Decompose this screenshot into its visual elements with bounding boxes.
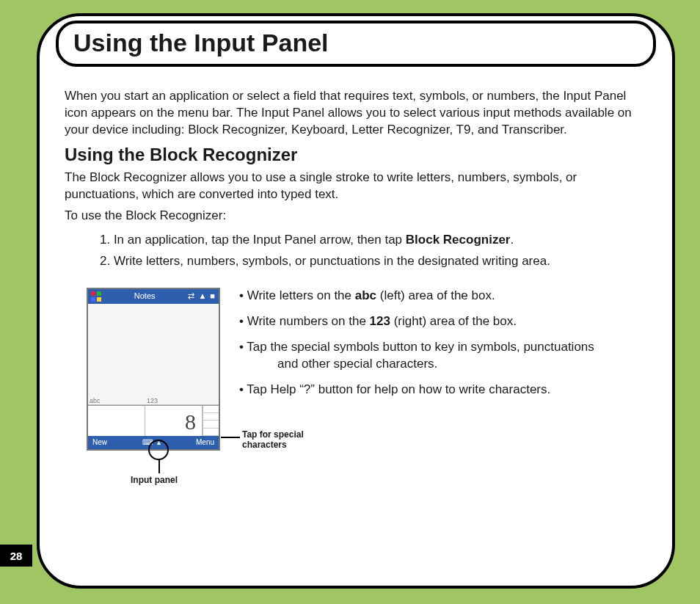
content-area: When you start an application or select … (65, 88, 652, 451)
recognizer-123-zone: 123 8 (145, 406, 203, 436)
steps-list: 1. In an application, tap the Input Pane… (100, 232, 652, 270)
recognizer-abc-zone: abc (88, 406, 145, 436)
section-intro: The Block Recognizer allows you to use a… (65, 170, 652, 203)
bullet-3-line1: • Tap the special symbols button to key … (239, 340, 594, 354)
recognizer-side-btn (203, 421, 219, 428)
figure-row: Notes ⇄ ▲ ■ abc 123 8 (87, 288, 652, 451)
page-number-tab: 28 (0, 545, 32, 567)
screenshot-bottom-left: New (92, 437, 107, 448)
screenshot-recognizer-strip: abc 123 8 (88, 405, 219, 436)
step-1-post: . (510, 233, 514, 247)
annotation-circle (148, 440, 169, 460)
intro-paragraph: When you start an application or select … (65, 88, 652, 139)
screenshot-bottom-right: Menu (196, 437, 214, 448)
screenshot-status-icons: ⇄ ▲ ■ (188, 291, 216, 302)
recognizer-side-buttons (203, 406, 219, 436)
bullet-2-post: (right) area of the box. (390, 314, 517, 328)
bullet-1-post: (left) area of the box. (376, 288, 495, 302)
section-heading: Using the Block Recognizer (65, 143, 652, 167)
bullets-list: • Write letters on the abc (left) area o… (239, 288, 652, 407)
bullet-2-pre: • Write numbers on the (239, 314, 370, 328)
step-1: 1. In an application, tap the Input Pane… (100, 232, 652, 249)
annotation-leader-input-panel (158, 459, 160, 473)
recognizer-side-btn (203, 429, 219, 436)
bullet-1-pre: • Write letters on the (239, 288, 355, 302)
recognizer-side-btn (203, 413, 219, 421)
step-1-pre: 1. In an application, tap the Input Pane… (100, 233, 406, 247)
annotation-leader-special-chars (221, 437, 240, 438)
bullet-2: • Write numbers on the 123 (right) area … (239, 313, 652, 330)
screenshot-note-canvas (88, 304, 219, 405)
recognizer-123-label: 123 (147, 396, 158, 405)
step-2: 2. Write letters, numbers, symbols, or p… (100, 253, 652, 270)
page-title: Using the Input Panel (56, 21, 656, 67)
screenshot-wrapper: Notes ⇄ ▲ ■ abc 123 8 (87, 288, 226, 451)
bullet-1-bold: abc (355, 288, 376, 302)
recognizer-abc-label: abc (90, 396, 101, 405)
annotation-caption-input-panel: Input panel (131, 474, 178, 486)
annotation-caption-special-chars: Tap for special characters (242, 430, 323, 451)
bullet-4: • Tap Help “?” button for help on how to… (239, 382, 652, 399)
section-lead: To use the Block Recognizer: (65, 208, 652, 225)
device-screenshot: Notes ⇄ ▲ ■ abc 123 8 (87, 288, 220, 451)
bullet-1: • Write letters on the abc (left) area o… (239, 288, 652, 305)
screenshot-app-title: Notes (134, 291, 156, 302)
screenshot-title-bar: Notes ⇄ ▲ ■ (88, 289, 219, 304)
bullet-3-line2: and other special characters. (252, 356, 652, 373)
step-1-bold: Block Recognizer (406, 233, 511, 247)
bullet-3: • Tap the special symbols button to key … (239, 339, 652, 373)
windows-logo-icon (91, 291, 101, 302)
recognizer-drawn-char: 8 (185, 407, 196, 437)
bullet-2-bold: 123 (370, 314, 390, 328)
recognizer-side-btn (203, 406, 219, 413)
